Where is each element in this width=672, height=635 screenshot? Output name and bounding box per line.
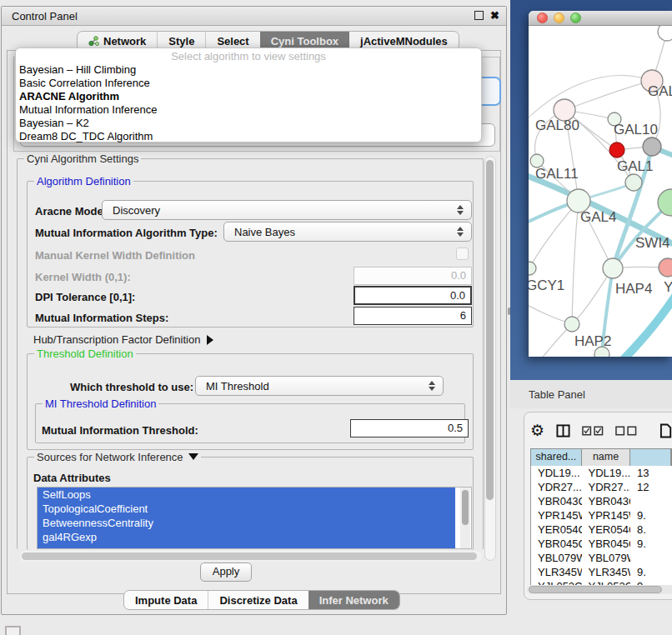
network-node[interactable] xyxy=(564,317,579,332)
table-cell: YBL079W xyxy=(531,551,582,565)
data-attribute-item[interactable]: TopologicalCoefficient xyxy=(38,502,455,516)
kernel-width-input[interactable]: 0.0 xyxy=(354,267,472,285)
which-threshold-value: MI Threshold xyxy=(206,380,429,392)
algorithm-option[interactable]: Mutual Information Inference xyxy=(16,103,481,117)
tab-impute-data[interactable]: Impute Data xyxy=(124,591,208,609)
table-cell: 12 xyxy=(630,480,672,494)
dpi-tolerance-input[interactable]: 0.0 xyxy=(354,286,472,305)
table-cell: YBR043C xyxy=(531,494,582,508)
zoom-window-icon[interactable] xyxy=(570,12,581,23)
network-view-window: GALGAL80GAL10GAL1GAL11SWI4GAL4GCY1HAP4YH… xyxy=(529,11,672,357)
algorithm-option[interactable]: Dream8 DC_TDC Algorithm xyxy=(16,130,481,143)
table-row[interactable]: YBL079WYBL079W xyxy=(531,551,672,565)
network-node[interactable] xyxy=(658,26,672,41)
data-attribute-item[interactable]: SelfLoops xyxy=(38,488,455,502)
column-header[interactable]: shared... xyxy=(531,449,582,466)
network-node[interactable] xyxy=(603,258,623,278)
sources-title: Sources for Network Inference xyxy=(34,451,201,463)
table-cell: YDL19... xyxy=(531,466,582,480)
algorithm-option[interactable]: ARACNE Algorithm xyxy=(16,90,481,103)
table-cell: YJL053C xyxy=(582,579,630,585)
cyni-settings-title: Cyni Algorithm Settings xyxy=(24,152,141,165)
data-attribute-item[interactable]: BetweennessCentrality xyxy=(38,516,455,530)
algorithm-option[interactable]: Basic Correlation Inference xyxy=(16,77,481,90)
export-table-icon[interactable] xyxy=(659,422,672,439)
table-row[interactable]: YBR043CYBR043C xyxy=(531,494,672,508)
minimize-window-icon[interactable] xyxy=(554,12,564,23)
mi-steps-input[interactable]: 6 xyxy=(354,307,472,325)
node-label: HAP4 xyxy=(615,281,652,297)
column-header[interactable]: name xyxy=(582,449,630,466)
table-cell xyxy=(630,494,672,508)
column-header[interactable] xyxy=(630,449,671,466)
control-panel-titlebar: Control Panel ✖ xyxy=(2,7,506,26)
close-window-icon[interactable] xyxy=(537,12,548,23)
hide-columns-icon[interactable] xyxy=(615,426,637,436)
split-panel-icon[interactable] xyxy=(556,423,570,438)
data-attribute-item[interactable]: gal4RGexp xyxy=(38,530,455,544)
hub-definition-label: Hub/Transcription Factor Definition xyxy=(33,333,200,346)
manual-kernel-checkbox[interactable] xyxy=(456,248,469,260)
network-node[interactable] xyxy=(625,174,642,191)
algorithm-dropdown-popup: Select algorithm to view settings Bayesi… xyxy=(15,48,482,142)
expanded-arrow-icon xyxy=(188,453,198,460)
node-label: GAL80 xyxy=(535,118,579,133)
table-cell: YER054C xyxy=(531,522,582,537)
algorithm-dropdown-prompt: Select algorithm to view settings xyxy=(16,50,481,63)
table-row[interactable]: YER054CYER054C8. xyxy=(531,522,672,537)
which-threshold-select[interactable]: MI Threshold xyxy=(195,376,444,396)
table-cell: YPR145W xyxy=(582,508,630,522)
table-row[interactable]: YPR145WYPR145W9. xyxy=(531,508,672,522)
table-cell: YER054C xyxy=(582,522,630,537)
data-attributes-list[interactable]: SelfLoopsTopologicalCoefficientBetweenne… xyxy=(37,487,472,549)
network-edge[interactable] xyxy=(529,172,672,245)
algorithm-dropdown-items: Bayesian – Hill ClimbingBasic Correlatio… xyxy=(16,63,481,143)
mi-type-label: Mutual Information Algorithm Type: xyxy=(35,227,218,239)
table-horizontal-scrollbar[interactable] xyxy=(527,585,672,594)
network-node[interactable] xyxy=(609,142,624,158)
table-cell: 9. xyxy=(630,565,672,579)
table-cell: YBL079W xyxy=(582,551,630,565)
which-threshold-label: Which threshold to use: xyxy=(70,381,193,393)
network-edge[interactable] xyxy=(572,201,579,324)
table-row[interactable]: YDR27...YDR27...12 xyxy=(531,480,672,494)
minimized-panel-icon[interactable] xyxy=(5,626,21,635)
application-root: Control Panel ✖ NetworkStyleSelectCyni T… xyxy=(0,0,672,635)
close-panel-icon[interactable]: ✖ xyxy=(490,10,499,21)
node-label: SWI4 xyxy=(635,235,670,251)
table-row[interactable]: YBR045CYBR045C9. xyxy=(531,537,672,551)
threshold-definition-title: Threshold Definition xyxy=(34,348,136,360)
table-row[interactable]: YJL053CYJL053C9 xyxy=(531,579,672,585)
tab-infer-network[interactable]: Infer Network xyxy=(308,591,399,609)
network-canvas[interactable]: GALGAL80GAL10GAL1GAL11SWI4GAL4GCY1HAP4YH… xyxy=(529,26,672,357)
network-node[interactable] xyxy=(659,258,672,277)
table-cell: 9. xyxy=(630,508,672,522)
table-panel-title: Table Panel xyxy=(529,388,585,401)
aracne-mode-select[interactable]: Discovery xyxy=(102,200,472,220)
table-row[interactable]: YDL19...YDL19...13 xyxy=(531,466,672,480)
float-panel-icon[interactable] xyxy=(474,11,484,20)
mi-type-value: Naive Bayes xyxy=(234,226,457,238)
attributes-scrollbar[interactable] xyxy=(460,488,470,548)
combo-spinner-icon xyxy=(457,227,464,237)
settings-horizontal-scrollbar[interactable] xyxy=(20,551,482,562)
table-cell: YLR345W xyxy=(531,565,582,579)
apply-button[interactable]: Apply xyxy=(200,562,252,582)
network-node[interactable] xyxy=(643,138,661,156)
show-columns-icon[interactable] xyxy=(582,426,604,436)
table-settings-gear-icon[interactable]: ⚙ xyxy=(530,422,544,439)
table-row[interactable]: YLR345WYLR345W9. xyxy=(531,565,672,579)
algorithm-option[interactable]: Bayesian – Hill Climbing xyxy=(16,63,481,77)
algorithm-option[interactable]: Bayesian – K2 xyxy=(16,117,481,130)
node-label: GAL1 xyxy=(617,158,653,174)
hub-definition-toggle[interactable]: Hub/Transcription Factor Definition xyxy=(33,333,213,346)
settings-vertical-scrollbar[interactable] xyxy=(484,156,496,561)
network-node[interactable] xyxy=(529,262,536,275)
mi-steps-label: Mutual Information Steps: xyxy=(35,312,168,324)
data-attribute-item-clipped[interactable] xyxy=(38,544,455,549)
mi-type-select[interactable]: Naive Bayes xyxy=(223,222,472,242)
network-edge[interactable] xyxy=(529,324,572,357)
table-cell: YBR043C xyxy=(582,494,630,508)
tab-discretize-data[interactable]: Discretize Data xyxy=(208,591,308,609)
mi-threshold-input[interactable]: 0.5 xyxy=(350,419,469,438)
